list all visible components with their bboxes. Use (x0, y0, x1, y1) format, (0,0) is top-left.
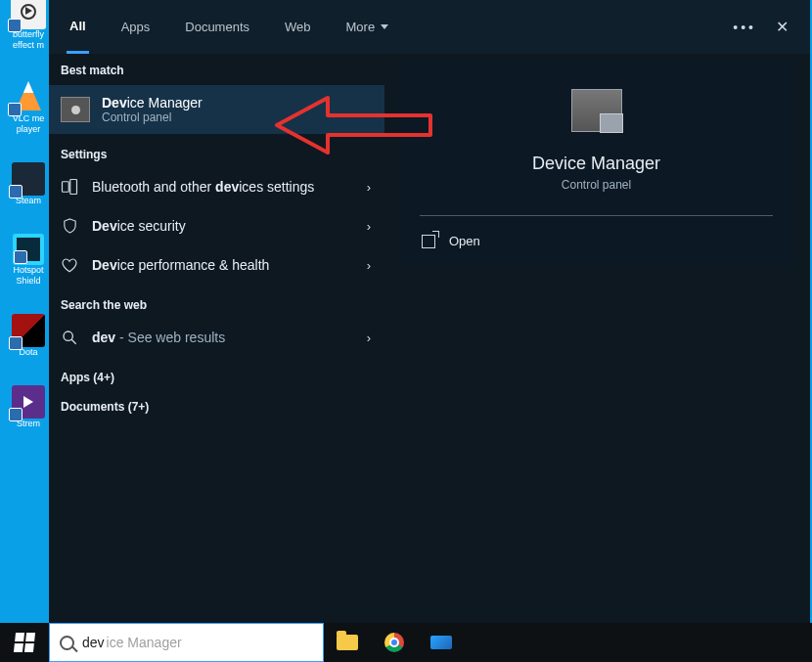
search-tabs-row: All Apps Documents Web More ••• ✕ (49, 0, 810, 54)
taskbar-chrome[interactable] (371, 623, 418, 662)
more-options-icon[interactable]: ••• (727, 14, 762, 41)
search-results-pane: Best match Device Manager Control panel … (49, 54, 384, 623)
desktop-icon-hotspot[interactable]: Hotspot Shield (4, 234, 53, 287)
detail-title: Device Manager (420, 154, 773, 174)
tab-documents[interactable]: Documents (182, 0, 252, 54)
best-match-text: Device Manager Control panel (102, 95, 203, 124)
strem-icon (12, 385, 45, 419)
chevron-right-icon: › (367, 258, 371, 273)
best-match-subtitle: Control panel (102, 110, 203, 124)
search-autocomplete-ghost: ice Manager (107, 635, 182, 650)
start-search-flyout: All Apps Documents Web More ••• ✕ Best m… (49, 0, 810, 623)
desktop-icons-column: butterfly effect m VLC me player Steam H… (4, 0, 53, 457)
desktop-icon-label: butterfly effect m (4, 29, 53, 51)
apps-group-header[interactable]: Apps (4+) (49, 357, 384, 390)
taskbar-mail[interactable] (418, 623, 465, 662)
detail-open-action[interactable]: Open (420, 216, 773, 266)
desktop-icon-label: Hotspot Shield (4, 265, 53, 287)
result-label: Bluetooth and other devices settings (92, 179, 373, 195)
taskbar-file-explorer[interactable] (324, 623, 371, 662)
detail-icon-wrap (420, 83, 773, 132)
taskbar: device Manager (0, 623, 812, 662)
tab-apps[interactable]: Apps (118, 0, 154, 54)
open-external-icon (422, 235, 435, 248)
desktop-background: butterfly effect m VLC me player Steam H… (0, 0, 812, 662)
folder-icon (337, 635, 358, 650)
chevron-right-icon: › (367, 331, 371, 345)
health-icon (61, 256, 78, 274)
result-label: Device security (92, 218, 373, 234)
desktop-icon-butterfly[interactable]: butterfly effect m (4, 0, 53, 51)
documents-group-header[interactable]: Documents (7+) (49, 390, 384, 419)
svg-rect-0 (63, 182, 69, 193)
settings-header: Settings (49, 134, 384, 167)
result-label: dev - See web results (92, 330, 373, 345)
hotspot-icon (13, 234, 44, 265)
app-icon (11, 0, 46, 29)
desktop-icon-steam[interactable]: Steam (4, 162, 53, 206)
vlc-icon (11, 78, 46, 113)
search-typed-text: dev (82, 635, 105, 650)
chevron-right-icon: › (367, 219, 371, 234)
close-icon[interactable]: ✕ (762, 12, 792, 42)
device-manager-icon (61, 97, 90, 122)
result-label: Device performance & health (92, 257, 373, 273)
chevron-right-icon: › (367, 180, 371, 195)
desktop-icon-label: VLC me player (4, 113, 53, 135)
result-device-performance[interactable]: Device performance & health › (49, 245, 384, 285)
taskbar-pinned-apps (324, 623, 465, 662)
device-manager-icon (571, 89, 622, 132)
best-match-title: Device Manager (102, 95, 203, 110)
tab-web[interactable]: Web (282, 0, 314, 54)
result-web-search[interactable]: dev - See web results › (49, 318, 384, 357)
search-body: Best match Device Manager Control panel … (49, 54, 810, 623)
windows-logo-icon (14, 633, 35, 652)
steam-icon (12, 162, 45, 196)
svg-line-3 (71, 339, 76, 344)
search-detail-pane: Device Manager Control panel Open (384, 54, 810, 623)
detail-subtitle: Control panel (420, 178, 773, 192)
desktop-icon-vlc[interactable]: VLC me player (4, 78, 53, 135)
search-icon (61, 329, 78, 346)
tab-more[interactable]: More (343, 0, 392, 54)
chrome-icon (384, 633, 404, 652)
detail-card: Device Manager Control panel Open (398, 62, 794, 266)
mail-icon (430, 636, 452, 649)
best-match-device-manager[interactable]: Device Manager Control panel (49, 85, 384, 134)
best-match-header: Best match (49, 54, 384, 85)
dota-icon (12, 314, 45, 347)
result-bluetooth-settings[interactable]: Bluetooth and other devices settings › (49, 167, 384, 206)
start-button[interactable] (0, 623, 49, 662)
taskbar-search-box[interactable]: device Manager (49, 623, 324, 662)
devices-icon (61, 178, 78, 196)
search-web-header: Search the web (49, 285, 384, 318)
desktop-icon-dota[interactable]: Dota (4, 314, 53, 358)
svg-rect-1 (70, 180, 77, 195)
result-device-security[interactable]: Device security › (49, 206, 384, 245)
tab-more-label: More (346, 20, 376, 34)
shield-icon (61, 217, 78, 235)
open-label: Open (449, 234, 480, 248)
svg-point-2 (64, 331, 72, 340)
tab-all[interactable]: All (67, 0, 89, 54)
chevron-down-icon (381, 24, 388, 29)
desktop-icon-strem[interactable]: Strem (4, 385, 53, 429)
